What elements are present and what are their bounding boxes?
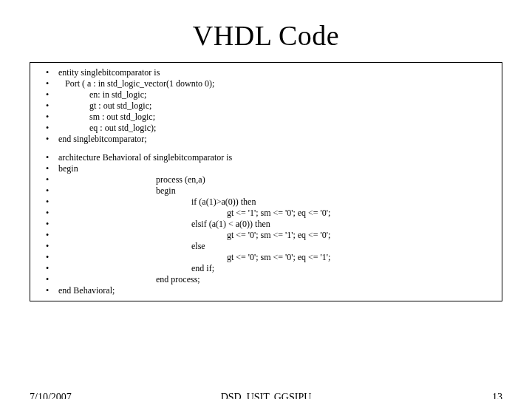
bullet-icon: • — [36, 241, 58, 252]
code-text: begin — [58, 163, 78, 174]
bullet-icon: • — [36, 185, 58, 197]
code-line: • gt <= '0'; sm <= '1'; eq <= '0'; — [36, 230, 496, 241]
code-line: • else — [36, 241, 496, 252]
code-text: gt : out std_logic; — [58, 100, 151, 112]
code-line: • begin — [36, 185, 496, 197]
bullet-icon: • — [36, 112, 58, 123]
bullet-icon: • — [36, 152, 58, 163]
footer-center: DSD, USIT, GGSIPU — [30, 392, 502, 399]
code-text: sm : out std_logic; — [58, 112, 155, 123]
block-gap — [36, 145, 496, 152]
code-line: • end if; — [36, 263, 496, 274]
code-line: • if (a(1)>a(0)) then — [36, 197, 496, 208]
code-text: end Behavioral; — [58, 285, 115, 296]
code-line: • process (en,a) — [36, 174, 496, 185]
code-line: •end Behavioral; — [36, 285, 496, 296]
bullet-icon: • — [36, 263, 58, 274]
code-text: end process; — [58, 274, 200, 285]
code-text: gt <= '1'; sm <= '0'; eq <= '0'; — [58, 208, 330, 219]
code-text: process (en,a) — [58, 174, 205, 185]
bullet-icon: • — [36, 67, 58, 78]
bullet-icon: • — [36, 274, 58, 285]
bullet-icon: • — [36, 134, 58, 145]
code-line: • end process; — [36, 274, 496, 285]
bullet-icon: • — [36, 78, 58, 89]
code-text: end singlebitcomparator; — [58, 134, 147, 145]
code-block-architecture: •architecture Behavioral of singlebitcom… — [36, 152, 496, 296]
code-line: • en: in std_logic; — [36, 89, 496, 100]
code-text: eq : out std_logic); — [58, 123, 156, 134]
footer-page: 13 — [492, 392, 502, 399]
code-line: • sm : out std_logic; — [36, 112, 496, 123]
bullet-icon: • — [36, 163, 58, 174]
code-text: gt <= '0'; sm <= '1'; eq <= '0'; — [58, 230, 330, 241]
bullet-icon: • — [36, 252, 58, 263]
code-line: •entity singlebitcomparator is — [36, 67, 496, 78]
code-text: en: in std_logic; — [58, 89, 146, 100]
code-text: begin — [58, 185, 176, 197]
code-text: else — [58, 241, 205, 252]
slide: VHDL Code •entity singlebitcomparator is… — [0, 19, 532, 399]
code-line: • eq : out std_logic); — [36, 123, 496, 134]
code-text: end if; — [58, 263, 214, 274]
code-box: •entity singlebitcomparator is• Port ( a… — [30, 62, 502, 301]
code-line: • gt <= '1'; sm <= '0'; eq <= '0'; — [36, 208, 496, 219]
code-text: architecture Behavioral of singlebitcomp… — [58, 152, 232, 163]
code-block-entity: •entity singlebitcomparator is• Port ( a… — [36, 67, 496, 145]
bullet-icon: • — [36, 89, 58, 100]
footer-date: 7/10/2007 — [30, 392, 72, 399]
code-line: • elsif (a(1) < a(0)) then — [36, 219, 496, 230]
code-line: • gt : out std_logic; — [36, 100, 496, 112]
code-line: •architecture Behavioral of singlebitcom… — [36, 152, 496, 163]
code-text: if (a(1)>a(0)) then — [58, 197, 256, 208]
bullet-icon: • — [36, 285, 58, 296]
code-text: elsif (a(1) < a(0)) then — [58, 219, 270, 230]
bullet-icon: • — [36, 230, 58, 241]
code-text: entity singlebitcomparator is — [58, 67, 160, 78]
code-text: gt <= '0'; sm <= '0'; eq <= '1'; — [58, 252, 330, 263]
code-line: •begin — [36, 163, 496, 174]
code-line: •end singlebitcomparator; — [36, 134, 496, 145]
code-text: Port ( a : in std_logic_vector(1 downto … — [58, 78, 214, 89]
bullet-icon: • — [36, 219, 58, 230]
code-line: • Port ( a : in std_logic_vector(1 downt… — [36, 78, 496, 89]
slide-title: VHDL Code — [0, 19, 532, 52]
bullet-icon: • — [36, 208, 58, 219]
code-line: • gt <= '0'; sm <= '0'; eq <= '1'; — [36, 252, 496, 263]
bullet-icon: • — [36, 123, 58, 134]
footer: 7/10/2007 DSD, USIT, GGSIPU 13 — [30, 392, 502, 399]
bullet-icon: • — [36, 197, 58, 208]
bullet-icon: • — [36, 174, 58, 185]
bullet-icon: • — [36, 100, 58, 112]
